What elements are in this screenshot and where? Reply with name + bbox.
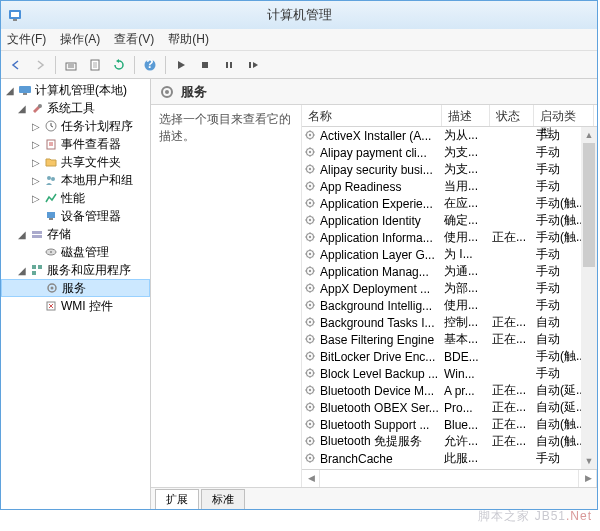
main-header: 服务 (151, 79, 597, 105)
expand-icon[interactable]: ▷ (31, 193, 41, 204)
service-row[interactable]: ActiveX Installer (A...为从...手动 (302, 127, 597, 144)
svg-point-59 (309, 354, 311, 356)
service-row[interactable]: Bluetooth OBEX Ser...Pro...正在...自动(延... (302, 399, 597, 416)
col-name[interactable]: 名称 (302, 105, 442, 126)
perf-icon (43, 190, 59, 206)
service-row[interactable]: Background Tasks I...控制...正在...自动 (302, 314, 597, 331)
forward-button[interactable] (29, 54, 51, 76)
service-row[interactable]: Block Level Backup ...Win...手动 (302, 365, 597, 382)
tab-standard[interactable]: 标准 (201, 489, 245, 509)
expand-icon[interactable]: ▷ (31, 157, 41, 168)
svg-point-43 (309, 218, 311, 220)
col-desc[interactable]: 描述 (442, 105, 490, 126)
expand-icon[interactable]: ▷ (31, 121, 41, 132)
up-button[interactable] (60, 54, 82, 76)
svg-rect-24 (32, 265, 36, 269)
service-desc: Blue... (444, 418, 492, 432)
service-row[interactable]: Bluetooth Device M...A pr...正在...自动(延... (302, 382, 597, 399)
service-row[interactable]: AppX Deployment ...为部...手动 (302, 280, 597, 297)
service-desc: A pr... (444, 384, 492, 398)
stop-button[interactable] (194, 54, 216, 76)
restart-button[interactable] (242, 54, 264, 76)
services-list: 名称 描述 状态 启动类型 ActiveX Installer (A...为从.… (301, 105, 597, 487)
collapse-icon[interactable]: ◢ (17, 265, 27, 276)
collapse-icon[interactable]: ◢ (17, 103, 27, 114)
service-row[interactable]: Alipay security busi...为支...手动 (302, 161, 597, 178)
expand-icon[interactable]: ▷ (31, 175, 41, 186)
play-button[interactable] (170, 54, 192, 76)
scrollbar[interactable]: ▲ ▼ (581, 127, 597, 469)
service-row[interactable]: App Readiness当用...手动 (302, 178, 597, 195)
list-body[interactable]: ActiveX Installer (A...为从...手动Alipay pay… (302, 127, 597, 469)
tools-icon (29, 100, 45, 116)
tree-eventviewer[interactable]: ▷事件查看器 (1, 135, 150, 153)
detail-pane: 选择一个项目来查看它的描述。 (151, 105, 301, 487)
menu-file[interactable]: 文件(F) (7, 31, 46, 48)
service-row[interactable]: Base Filtering Engine基本...正在...自动 (302, 331, 597, 348)
help-button[interactable]: ? (139, 54, 161, 76)
svg-point-39 (309, 184, 311, 186)
tree-wmi[interactable]: WMI 控件 (1, 297, 150, 315)
tree-diskmgmt[interactable]: 磁盘管理 (1, 243, 150, 261)
gear-icon (304, 299, 318, 313)
service-name: Base Filtering Engine (320, 333, 444, 347)
service-row[interactable]: BitLocker Drive Enc...BDE...手动(触... (302, 348, 597, 365)
col-status[interactable]: 状态 (490, 105, 534, 126)
svg-point-67 (309, 422, 311, 424)
tree-devmgr[interactable]: 设备管理器 (1, 207, 150, 225)
tree-storage[interactable]: ◢存储 (1, 225, 150, 243)
back-button[interactable] (5, 54, 27, 76)
gear-icon (304, 333, 318, 347)
col-start[interactable]: 启动类型 (534, 105, 594, 126)
service-name: Application Manag... (320, 265, 444, 279)
tree-systools[interactable]: ◢系统工具 (1, 99, 150, 117)
scroll-right-icon[interactable]: ▶ (579, 470, 597, 487)
scroll-thumb[interactable] (583, 143, 595, 267)
svg-point-53 (309, 303, 311, 305)
menu-help[interactable]: 帮助(H) (168, 31, 209, 48)
tree-perf[interactable]: ▷性能 (1, 189, 150, 207)
service-desc: 当用... (444, 178, 492, 195)
collapse-icon[interactable]: ◢ (5, 85, 15, 96)
nav-tree[interactable]: ◢计算机管理(本地) ◢系统工具 ▷任务计划程序 ▷事件查看器 ▷共享文件夹 ▷… (1, 79, 151, 509)
gear-icon (159, 84, 175, 100)
service-row[interactable]: Application Identity确定...手动(触... (302, 212, 597, 229)
svg-point-23 (50, 251, 52, 253)
menu-action[interactable]: 操作(A) (60, 31, 100, 48)
gear-icon (304, 367, 318, 381)
tree-root[interactable]: ◢计算机管理(本地) (1, 81, 150, 99)
scroll-left-icon[interactable]: ◀ (302, 470, 320, 487)
main-body: 选择一个项目来查看它的描述。 名称 描述 状态 启动类型 ActiveX Ins… (151, 105, 597, 487)
svg-point-13 (38, 104, 42, 108)
service-row[interactable]: Application Manag...为通...手动 (302, 263, 597, 280)
expand-icon[interactable]: ▷ (31, 139, 41, 150)
service-row[interactable]: Bluetooth Support ...Blue...正在...自动(触... (302, 416, 597, 433)
service-row[interactable]: Background Intellig...使用...手动 (302, 297, 597, 314)
menu-view[interactable]: 查看(V) (114, 31, 154, 48)
gear-icon (304, 350, 318, 364)
service-row[interactable]: Application Informa...使用...正在...手动(触... (302, 229, 597, 246)
svg-rect-18 (47, 212, 55, 218)
service-desc: 使用... (444, 297, 492, 314)
scroll-up-icon[interactable]: ▲ (581, 127, 597, 143)
tree-scheduler[interactable]: ▷任务计划程序 (1, 117, 150, 135)
tree-apps[interactable]: ◢服务和应用程序 (1, 261, 150, 279)
list-header: 名称 描述 状态 启动类型 (302, 105, 597, 127)
service-row[interactable]: Alipay payment cli...为支...手动 (302, 144, 597, 161)
collapse-icon[interactable]: ◢ (17, 229, 27, 240)
service-row[interactable]: Application Layer G...为 I...手动 (302, 246, 597, 263)
service-row[interactable]: Bluetooth 免提服务允许...正在...自动(触... (302, 433, 597, 450)
scroll-down-icon[interactable]: ▼ (581, 453, 597, 469)
properties-button[interactable] (84, 54, 106, 76)
titlebar[interactable]: 计算机管理 (1, 1, 597, 29)
pause-button[interactable] (218, 54, 240, 76)
tree-usersgroups[interactable]: ▷本地用户和组 (1, 171, 150, 189)
refresh-button[interactable] (108, 54, 130, 76)
tab-extended[interactable]: 扩展 (155, 489, 199, 509)
service-row[interactable]: Application Experie...在应...手动(触... (302, 195, 597, 212)
tree-services[interactable]: 服务 (1, 279, 150, 297)
tree-shared[interactable]: ▷共享文件夹 (1, 153, 150, 171)
hscroll[interactable]: ◀ ▶ (302, 469, 597, 487)
svg-rect-19 (49, 218, 53, 220)
service-row[interactable]: BranchCache此服...手动 (302, 450, 597, 467)
